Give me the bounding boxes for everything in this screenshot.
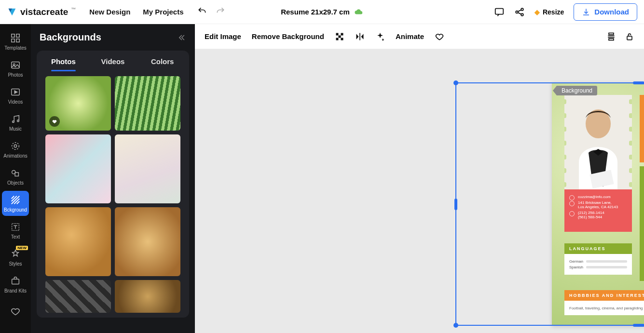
logo-icon — [7, 7, 17, 17]
bg-thumb[interactable] — [45, 280, 111, 313]
background-photos-grid — [39, 71, 187, 318]
selection-handle[interactable] — [453, 323, 458, 328]
selection-handle[interactable] — [633, 324, 644, 327]
nav-new-design[interactable]: New Design — [89, 8, 130, 16]
brand-text: vistacreate — [20, 7, 68, 17]
tab-photos[interactable]: Photos — [39, 53, 88, 71]
svg-rect-25 — [336, 38, 338, 40]
svg-rect-21 — [12, 279, 19, 284]
document-title[interactable]: Resume 21x29.7 cm — [281, 8, 350, 16]
transparency-icon[interactable] — [335, 32, 344, 41]
svg-point-14 — [13, 120, 14, 122]
svg-point-17 — [12, 142, 19, 149]
sparkle-icon[interactable] — [375, 32, 385, 41]
svg-point-15 — [17, 120, 19, 121]
download-button[interactable]: Download — [574, 3, 637, 21]
photos-icon — [10, 60, 21, 70]
share-icon[interactable] — [514, 7, 525, 17]
remove-background-button[interactable]: Remove Background — [252, 32, 324, 40]
selection-handle[interactable] — [633, 81, 644, 84]
comment-icon[interactable] — [494, 7, 505, 17]
edit-image-button[interactable]: Edit Image — [205, 32, 241, 40]
rail-text[interactable]: Text — [2, 218, 29, 243]
position-icon[interactable] — [606, 32, 616, 41]
objects-icon — [10, 168, 21, 178]
svg-rect-8 — [12, 39, 14, 41]
bg-thumb[interactable] — [115, 134, 180, 203]
bg-thumb[interactable] — [115, 280, 180, 313]
svg-point-16 — [14, 145, 17, 147]
rail-photos[interactable]: Photos — [2, 56, 29, 81]
svg-rect-22 — [336, 33, 338, 35]
canvas-area: Edit Image Remove Background Animate — [195, 24, 644, 333]
rail-favorites[interactable] — [2, 299, 29, 324]
brand-kits-icon — [10, 276, 21, 286]
videos-icon — [10, 87, 21, 97]
templates-icon — [10, 33, 21, 43]
svg-rect-23 — [338, 35, 341, 38]
svg-marker-13 — [14, 91, 17, 93]
lock-icon[interactable] — [625, 32, 634, 41]
bg-thumb[interactable] — [115, 207, 180, 276]
svg-rect-27 — [609, 33, 614, 34]
flip-icon[interactable] — [355, 32, 365, 41]
svg-rect-7 — [16, 34, 19, 37]
context-toolbar: Edit Image Remove Background Animate — [195, 24, 644, 49]
svg-rect-2 — [495, 8, 504, 14]
tab-videos[interactable]: Videos — [88, 53, 138, 71]
panel-tabs: Photos Videos Colors — [37, 51, 189, 318]
rail-objects[interactable]: Objects — [2, 164, 29, 189]
bg-thumb[interactable] — [115, 76, 180, 131]
rail-templates[interactable]: Templates — [2, 29, 29, 54]
text-icon — [10, 222, 21, 232]
download-icon — [582, 8, 590, 16]
selection-box[interactable] — [455, 82, 644, 326]
bg-thumb[interactable] — [45, 207, 111, 276]
top-right-actions: ◆ Resize Download — [494, 3, 637, 21]
bg-thumb[interactable] — [45, 76, 111, 131]
nav-my-projects[interactable]: My Projects — [143, 8, 183, 16]
document-title-wrap: Resume 21x29.7 cm — [281, 8, 363, 16]
undo-button[interactable] — [197, 6, 207, 18]
svg-rect-26 — [341, 38, 343, 40]
rail-videos[interactable]: Videos — [2, 83, 29, 108]
top-bar: vistacreate™ New Design My Projects Resu… — [0, 0, 644, 24]
svg-rect-9 — [16, 39, 19, 41]
rail-styles[interactable]: NEWStyles — [2, 245, 29, 270]
history-controls — [197, 6, 225, 18]
main-nav: New Design My Projects — [89, 8, 183, 16]
brand-logo[interactable]: vistacreate™ — [7, 7, 76, 17]
panel-title: Backgrounds — [40, 32, 101, 43]
rail-background[interactable]: Bckground — [2, 191, 29, 216]
favorite-icon[interactable] — [435, 32, 444, 41]
background-icon — [10, 195, 21, 205]
svg-rect-6 — [12, 34, 14, 37]
collapse-panel-icon[interactable] — [177, 33, 186, 42]
new-badge: NEW — [16, 246, 28, 250]
side-panel: Backgrounds Photos Videos Colors — [31, 24, 195, 333]
redo-button[interactable] — [216, 6, 225, 18]
canvas-stage[interactable]: AlbertCozzima WAITER cozzima@info.com 14… — [195, 49, 644, 333]
favorite-toggle[interactable] — [49, 116, 60, 127]
svg-rect-24 — [341, 33, 343, 35]
left-rail: Templates Photos Videos Music Animations… — [0, 24, 31, 333]
premium-icon: ◆ — [534, 8, 540, 16]
animations-icon — [10, 141, 21, 151]
rail-animations[interactable]: Animations — [2, 137, 29, 162]
music-icon — [10, 114, 21, 124]
rail-brand-kits[interactable]: Brand Kits — [2, 272, 29, 297]
svg-rect-28 — [609, 39, 614, 40]
tab-colors[interactable]: Colors — [137, 53, 187, 71]
bg-thumb[interactable] — [45, 134, 111, 203]
svg-rect-29 — [627, 36, 632, 40]
selection-handle[interactable] — [453, 80, 458, 85]
resize-button[interactable]: ◆ Resize — [534, 8, 564, 16]
selection-handle[interactable] — [454, 199, 457, 210]
heart-icon — [10, 306, 21, 317]
cloud-saved-icon — [355, 8, 363, 16]
animate-button[interactable]: Animate — [396, 32, 424, 40]
rail-music[interactable]: Music — [2, 110, 29, 135]
